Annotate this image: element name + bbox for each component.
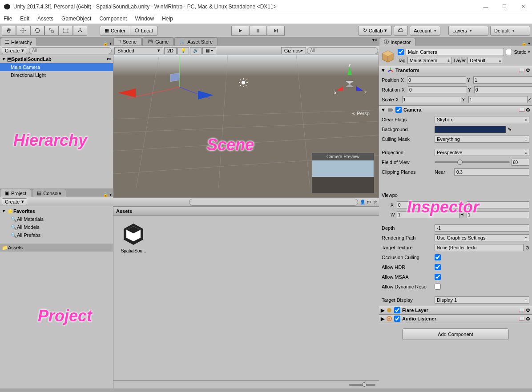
menu-edit[interactable]: Edit bbox=[20, 16, 29, 22]
static-checkbox[interactable] bbox=[506, 49, 512, 55]
clear-flags-dropdown[interactable]: Skybox bbox=[435, 116, 529, 123]
favorite-all-models[interactable]: 🔍 All Models bbox=[0, 223, 113, 231]
play-button[interactable] bbox=[231, 26, 249, 36]
target-texture-field[interactable] bbox=[435, 244, 524, 251]
favorites-header[interactable]: ▼⭐ Favorites bbox=[0, 207, 113, 215]
minimize-button[interactable]: — bbox=[480, 1, 491, 12]
console-tab[interactable]: ▤ Console bbox=[32, 189, 66, 197]
menu-window[interactable]: Window bbox=[135, 16, 154, 22]
favorite-all-prefabs[interactable]: 🔍 All Prefabs bbox=[0, 231, 113, 239]
menu-component[interactable]: Component bbox=[99, 16, 127, 22]
occlusion-checkbox[interactable] bbox=[435, 254, 441, 260]
hierarchy-tab[interactable]: ☰ Hierarchy bbox=[0, 38, 37, 46]
transform-tool-button[interactable] bbox=[73, 26, 87, 36]
msaa-checkbox[interactable] bbox=[435, 274, 441, 280]
collab-button[interactable]: ↻ Collab ▾ bbox=[358, 26, 392, 36]
project-search-input[interactable] bbox=[189, 199, 358, 206]
asset-size-slider[interactable] bbox=[113, 380, 379, 388]
rotate-tool-button[interactable] bbox=[30, 26, 44, 36]
audio-listener-header[interactable]: ▶ Audio Listener📖⚙ bbox=[379, 315, 532, 323]
persp-label[interactable]: ⪡ Persp bbox=[351, 111, 370, 116]
clipping-near-input[interactable] bbox=[454, 168, 529, 176]
step-button[interactable] bbox=[267, 26, 285, 36]
flare-layer-header[interactable]: ▶ Flare Layer📖⚙ bbox=[379, 306, 532, 314]
hierarchy-lock-icon[interactable]: 🔒 ▾ bbox=[103, 41, 112, 46]
culling-mask-dropdown[interactable]: Everything bbox=[435, 136, 529, 143]
effects-toggle[interactable]: ▦ ▾ bbox=[202, 47, 216, 54]
projection-dropdown[interactable]: Perspective bbox=[435, 149, 529, 156]
scene-panel-menu-icon[interactable]: ▾≡ bbox=[372, 37, 377, 46]
position-x[interactable] bbox=[407, 76, 466, 84]
viewport-y[interactable] bbox=[467, 201, 529, 208]
rendering-path-dropdown[interactable]: Use Graphics Settings bbox=[435, 234, 529, 241]
close-button[interactable]: ✕ bbox=[518, 1, 528, 12]
fov-input[interactable] bbox=[512, 159, 529, 166]
audio-toggle[interactable]: 🔊 bbox=[190, 47, 202, 54]
pause-button[interactable] bbox=[249, 26, 267, 36]
hierarchy-create-button[interactable]: Create ▾ bbox=[2, 47, 27, 54]
static-dropdown-icon[interactable]: ▾ bbox=[528, 50, 530, 54]
gear-icon[interactable]: ⚙ bbox=[526, 308, 530, 313]
layers-dropdown[interactable]: Layers bbox=[448, 26, 488, 36]
rotation-y[interactable] bbox=[474, 86, 532, 93]
gear-icon[interactable]: ⚙ bbox=[526, 68, 530, 73]
hand-tool-button[interactable] bbox=[2, 26, 16, 36]
cloud-button[interactable] bbox=[394, 26, 408, 36]
project-tab[interactable]: ▣ Project bbox=[0, 189, 31, 197]
scene-search-input[interactable] bbox=[307, 47, 378, 54]
favorite-all-materials[interactable]: 🔍 All Materials bbox=[0, 215, 113, 223]
inspector-tab[interactable]: ⓘ Inspector bbox=[379, 38, 415, 46]
assets-breadcrumb[interactable]: Assets bbox=[113, 207, 379, 216]
scene-view[interactable]: y x z ⪡ Persp Camera Preview bbox=[113, 55, 379, 197]
label-icon[interactable]: 🏷 bbox=[367, 200, 371, 204]
hdr-checkbox[interactable] bbox=[435, 264, 441, 270]
menu-gameobject[interactable]: GameObject bbox=[61, 16, 91, 22]
hierarchy-item-main-camera[interactable]: Main Camera bbox=[0, 63, 113, 71]
help-icon[interactable]: 📖 bbox=[519, 107, 525, 113]
filter-icon[interactable]: 👤 bbox=[360, 200, 365, 204]
gameobject-name-input[interactable] bbox=[406, 48, 504, 56]
object-picker-icon[interactable]: ⊙ bbox=[525, 245, 529, 251]
menu-help[interactable]: Help bbox=[162, 16, 173, 22]
position-y[interactable] bbox=[473, 76, 532, 84]
scale-x[interactable] bbox=[402, 96, 461, 103]
hierarchy-item-directional-light[interactable]: Directional Light bbox=[0, 71, 113, 79]
menu-assets[interactable]: Assets bbox=[37, 16, 53, 22]
project-lock-icon[interactable]: 🔒 ▾ bbox=[103, 192, 112, 197]
help-icon[interactable]: 📖 bbox=[519, 308, 525, 313]
orientation-gizmo[interactable]: y x z bbox=[330, 64, 370, 104]
tag-dropdown[interactable]: MainCamera bbox=[407, 57, 452, 64]
hierarchy-scene-row[interactable]: ▼⬒ SpatialSoundLab▾≡ bbox=[0, 55, 113, 63]
asset-spatialsound[interactable]: SpatialSou... bbox=[118, 220, 149, 253]
asset-store-tab[interactable]: 🛒 Asset Store bbox=[174, 37, 218, 45]
rotation-x[interactable] bbox=[408, 86, 467, 93]
hierarchy-search-input[interactable] bbox=[29, 47, 112, 54]
camera-enabled-checkbox[interactable] bbox=[395, 107, 402, 113]
depth-input[interactable] bbox=[435, 224, 529, 232]
pivot-center-button[interactable]: ▦ Center bbox=[100, 26, 130, 36]
background-color-field[interactable] bbox=[435, 126, 506, 133]
viewport-w[interactable] bbox=[397, 211, 459, 218]
account-dropdown[interactable]: Account bbox=[410, 26, 440, 36]
game-tab[interactable]: 🎮 Game bbox=[142, 37, 173, 45]
pivot-local-button[interactable]: ⬡ Local bbox=[130, 26, 157, 36]
star-icon[interactable]: ☆ bbox=[373, 200, 377, 204]
fov-slider[interactable] bbox=[435, 161, 510, 163]
help-icon[interactable]: 📖 bbox=[519, 316, 525, 322]
move-tool-button[interactable] bbox=[16, 26, 30, 36]
inspector-lock-icon[interactable]: 🔒 ▾ bbox=[521, 41, 530, 46]
shading-mode-dropdown[interactable]: Shaded▾ bbox=[114, 47, 163, 54]
flare-enabled-checkbox[interactable] bbox=[394, 307, 400, 313]
maximize-button[interactable]: ☐ bbox=[499, 1, 510, 12]
scale-y[interactable] bbox=[468, 96, 528, 103]
color-picker-icon[interactable]: ✎ bbox=[508, 127, 512, 132]
gizmos-dropdown[interactable]: Gizmos ▾ bbox=[281, 47, 306, 54]
scene-tab[interactable]: ⌗ Scene bbox=[113, 37, 141, 45]
light-toggle[interactable]: 💡 bbox=[177, 47, 189, 54]
add-component-button[interactable]: Add Component bbox=[402, 328, 509, 340]
scale-tool-button[interactable] bbox=[44, 26, 59, 36]
gameobject-active-checkbox[interactable] bbox=[398, 49, 404, 55]
viewport-x[interactable] bbox=[397, 201, 459, 208]
project-create-button[interactable]: Create ▾ bbox=[2, 198, 27, 205]
viewport-h[interactable] bbox=[467, 211, 529, 218]
